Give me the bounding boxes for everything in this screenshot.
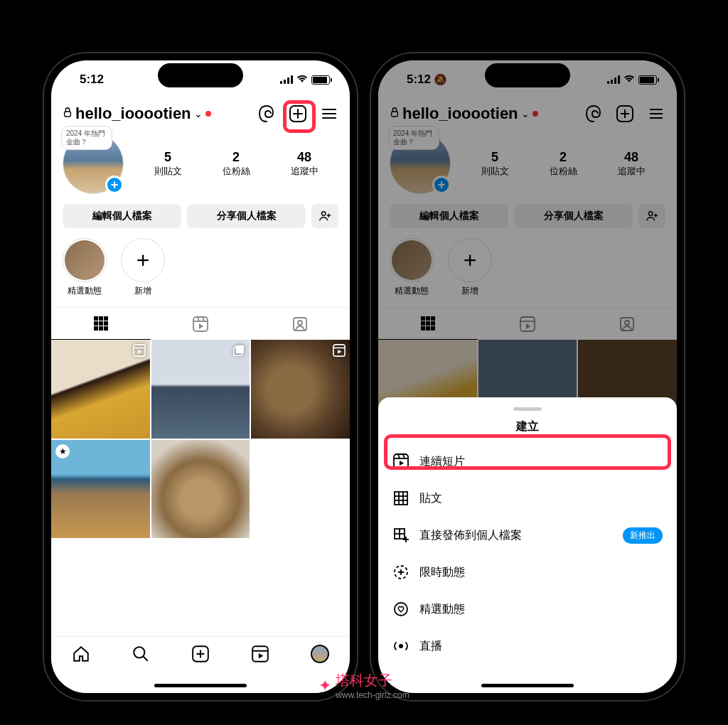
tab-grid — [378, 308, 478, 340]
reel-icon — [392, 453, 410, 470]
nav-create[interactable] — [191, 644, 210, 664]
svg-rect-17 — [99, 326, 103, 331]
svg-rect-19 — [193, 317, 208, 331]
grid-plus-icon — [392, 527, 410, 544]
svg-rect-49 — [426, 316, 430, 321]
svg-rect-10 — [94, 316, 98, 321]
sheet-item-live[interactable]: 直播 — [378, 628, 677, 665]
live-icon — [392, 638, 410, 655]
profile-avatar[interactable]: 2024 年熱門金曲？ + — [63, 133, 124, 194]
discover-people-button[interactable] — [311, 204, 338, 228]
sheet-item-label: 直接發佈到個人檔案 — [419, 528, 522, 543]
svg-point-31 — [134, 647, 144, 657]
sheet-item-reel[interactable]: 連續短片 — [378, 443, 677, 480]
nav-reels[interactable] — [250, 644, 270, 664]
post-cell[interactable] — [151, 340, 250, 439]
highlight-new: +新增 — [448, 238, 492, 297]
svg-rect-12 — [104, 316, 108, 321]
profile-action-row: 編輯個人檔案 分享個人檔案 — [51, 201, 350, 238]
home-indicator — [154, 684, 247, 687]
post-cell[interactable] — [51, 340, 150, 439]
edit-profile-button[interactable]: 編輯個人檔案 — [63, 204, 181, 228]
svg-rect-48 — [421, 316, 425, 321]
post-cell[interactable] — [251, 340, 350, 439]
watermark-url: www.tech-girlz.com — [336, 690, 409, 700]
post-cell[interactable] — [251, 440, 350, 539]
profile-header: hello_iooootien ⌄ — [51, 99, 350, 129]
username-selector[interactable]: hello_iooootien ⌄ — [390, 104, 580, 123]
screen-left: 5:12 hello_iooootien ⌄ — [51, 60, 350, 693]
sheet-item-highlight[interactable]: 精選動態 — [378, 591, 677, 628]
add-story-badge[interactable]: + — [432, 176, 451, 194]
svg-rect-13 — [94, 321, 98, 326]
sheet-item-label: 貼文 — [419, 491, 442, 506]
stat-followers[interactable]: 2 位粉絲 — [223, 150, 250, 178]
stat-following[interactable]: 48 追蹤中 — [291, 150, 318, 178]
story-hint-bubble[interactable]: 2024 年熱門金曲？ — [61, 126, 112, 150]
svg-line-63 — [398, 454, 400, 458]
post-cell[interactable] — [151, 440, 250, 539]
sheet-item-label: 直播 — [419, 639, 442, 654]
highlights-row: 精選動態 +新增 — [378, 238, 677, 307]
highlights-row: 精選動態 + 新增 — [51, 238, 350, 307]
add-story-badge[interactable]: + — [105, 176, 124, 194]
tab-reels — [478, 308, 577, 340]
menu-icon[interactable] — [320, 104, 338, 123]
stat-followers: 2位粉絲 — [550, 150, 577, 178]
threads-icon[interactable] — [584, 104, 603, 123]
nav-home[interactable] — [71, 644, 91, 664]
create-button[interactable] — [289, 104, 307, 123]
sheet-item-story[interactable]: 限時動態 — [378, 554, 677, 591]
profile-avatar[interactable]: 2024 年熱門金曲？ + — [390, 133, 451, 194]
story-plus-icon — [392, 564, 410, 581]
posts-grid: ★ — [51, 340, 350, 538]
edit-profile-button: 編輯個人檔案 — [390, 204, 508, 228]
sheet-item-direct-publish[interactable]: 直接發佈到個人檔案 新推出 — [378, 517, 677, 554]
svg-rect-14 — [99, 321, 103, 326]
nav-search[interactable] — [131, 644, 151, 664]
svg-rect-16 — [94, 326, 98, 331]
svg-rect-18 — [104, 326, 108, 331]
highlight-featured: 精選動態 — [390, 238, 434, 297]
wifi-icon — [623, 72, 635, 87]
tab-tagged[interactable] — [250, 308, 350, 340]
sheet-title: 建立 — [378, 419, 677, 443]
svg-rect-15 — [104, 321, 108, 326]
watermark: ✦ 塔科女子 www.tech-girlz.com — [318, 671, 409, 700]
svg-rect-61 — [394, 454, 408, 468]
heart-circle-icon — [392, 601, 410, 618]
highlight-featured[interactable]: 精選動態 — [63, 238, 107, 297]
tab-reels[interactable] — [151, 308, 250, 340]
stat-posts[interactable]: 5 則貼文 — [154, 150, 182, 178]
share-profile-button[interactable]: 分享個人檔案 — [187, 204, 306, 228]
reel-icon — [333, 344, 346, 360]
menu-icon[interactable] — [647, 104, 665, 123]
profile-tabs — [378, 307, 677, 340]
status-time: 5:12 — [80, 72, 104, 87]
highlight-new[interactable]: + 新增 — [121, 238, 165, 297]
svg-rect-36 — [252, 646, 268, 662]
stat-following: 48追蹤中 — [618, 150, 646, 178]
profile-tabs — [51, 307, 350, 340]
svg-rect-50 — [431, 316, 435, 321]
lock-icon — [63, 107, 73, 121]
nav-profile[interactable] — [310, 644, 330, 664]
svg-point-45 — [649, 212, 653, 215]
notification-dot — [205, 111, 211, 117]
chevron-down-icon: ⌄ — [194, 108, 203, 119]
pinned-icon: ★ — [55, 444, 70, 458]
sheet-item-label: 限時動態 — [419, 565, 465, 580]
svg-line-32 — [143, 656, 148, 661]
sheet-item-label: 連續短片 — [419, 454, 465, 469]
create-button[interactable] — [616, 104, 634, 123]
sheet-handle[interactable] — [513, 407, 542, 411]
tab-grid[interactable] — [51, 308, 151, 340]
username: hello_iooootien — [402, 104, 518, 123]
post-cell[interactable]: ★ — [51, 440, 150, 539]
wifi-icon — [296, 72, 308, 87]
svg-point-7 — [322, 212, 326, 215]
threads-icon[interactable] — [257, 104, 276, 123]
username-selector[interactable]: hello_iooootien ⌄ — [63, 104, 253, 123]
svg-rect-59 — [621, 318, 633, 331]
sheet-item-post[interactable]: 貼文 — [378, 480, 677, 517]
